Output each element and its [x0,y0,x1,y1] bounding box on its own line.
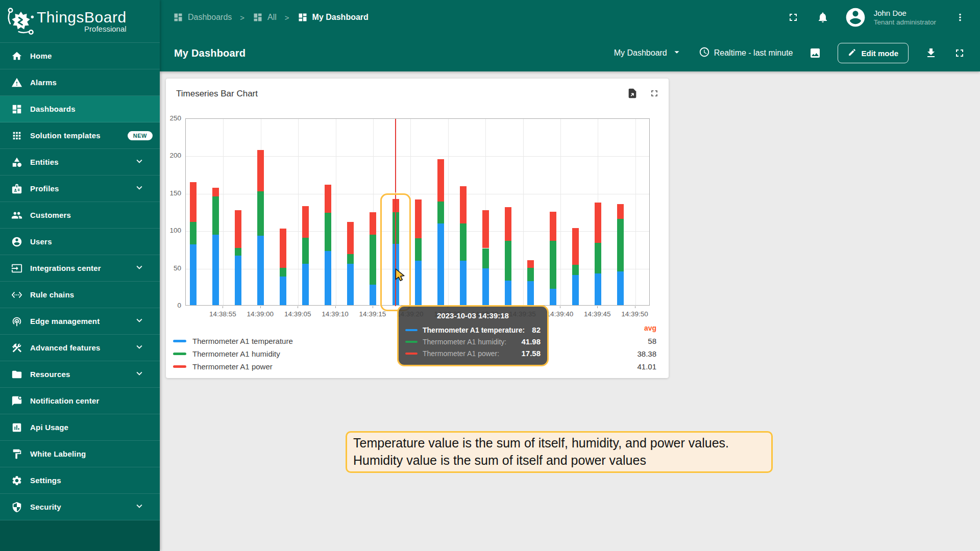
bar-segment-thermometer-a1-power[interactable] [302,206,309,238]
user-info[interactable]: John Doe Tenant administrator [874,8,936,27]
bar-segment-thermometer-a1-temperature[interactable] [572,275,579,305]
bar-segment-thermometer-a1-power[interactable] [460,186,467,223]
bar-segment-thermometer-a1-power[interactable] [190,182,197,222]
bar-segment-thermometer-a1-power[interactable] [617,204,624,219]
edit-mode-button[interactable]: Edit mode [838,43,909,63]
kebab-menu-button[interactable] [954,12,966,23]
x-axis-tick-label: 14:39:00 [247,310,274,318]
bar-segment-thermometer-a1-power[interactable] [550,212,556,241]
tooltip-series-label: Thermometer A1 power: [423,349,517,358]
toolbar-fullscreen-button[interactable] [953,47,966,59]
bar-segment-thermometer-a1-power[interactable] [325,185,331,213]
bar-segment-thermometer-a1-power[interactable] [505,207,511,241]
bar-segment-thermometer-a1-power[interactable] [257,150,264,191]
bar-segment-thermometer-a1-temperature[interactable] [415,261,422,305]
sidebar-item-settings[interactable]: Settings [0,467,160,494]
breadcrumb-item-all[interactable]: All [253,12,277,22]
breadcrumb-item-dashboards[interactable]: Dashboards [173,12,232,22]
bar-segment-thermometer-a1-power[interactable] [527,260,534,268]
bar-segment-thermometer-a1-humidity[interactable] [505,241,511,281]
bar-segment-thermometer-a1-humidity[interactable] [235,248,241,256]
bar-segment-thermometer-a1-humidity[interactable] [460,223,467,261]
x-axis-tick-label: 14:39:05 [284,310,311,318]
bar-segment-thermometer-a1-power[interactable] [595,203,601,243]
sidebar-item-resources[interactable]: Resources [0,361,160,388]
bar-segment-thermometer-a1-humidity[interactable] [437,202,444,223]
breadcrumb-item-my-dashboard[interactable]: My Dashboard [298,12,369,22]
fullscreen-toggle-button[interactable] [787,11,799,23]
bar-segment-thermometer-a1-temperature[interactable] [235,256,241,305]
export-download-button[interactable] [925,47,937,59]
bar-segment-thermometer-a1-humidity[interactable] [257,191,264,236]
notifications-bell-button[interactable] [817,11,829,23]
bar-segment-thermometer-a1-temperature[interactable] [505,281,511,305]
bar-segment-thermometer-a1-power[interactable] [212,188,219,197]
sidebar-item-advanced-features[interactable]: Advanced features [0,335,160,361]
bar-segment-thermometer-a1-temperature[interactable] [550,289,556,305]
sidebar-item-home[interactable]: Home [0,43,160,69]
bar-segment-thermometer-a1-temperature[interactable] [212,235,219,305]
sidebar-item-api-usage[interactable]: Api Usage [0,414,160,441]
timewindow-button[interactable]: Realtime - last minute [699,46,793,60]
sidebar-item-edge-management[interactable]: Edge management [0,308,160,335]
sidebar-item-customers[interactable]: Customers [0,202,160,229]
user-avatar[interactable] [844,6,867,29]
sidebar-item-notification-center[interactable]: Notification center [0,388,160,414]
bar-segment-thermometer-a1-humidity[interactable] [527,268,534,281]
bar-segment-thermometer-a1-temperature[interactable] [617,271,624,305]
bar-segment-thermometer-a1-power[interactable] [280,229,286,267]
sidebar-item-profiles[interactable]: Profiles [0,176,160,202]
brand-logo[interactable]: ThingsBoard Professional [0,0,160,43]
dashboard-select[interactable]: My Dashboard [614,46,682,60]
bar-segment-thermometer-a1-humidity[interactable] [617,219,624,271]
bar-segment-thermometer-a1-power[interactable] [572,228,579,265]
bar-segment-thermometer-a1-humidity[interactable] [572,265,579,276]
sidebar-item-alarms[interactable]: Alarms [0,69,160,96]
bar-segment-thermometer-a1-temperature[interactable] [595,273,601,305]
bar-segment-thermometer-a1-temperature[interactable] [347,264,354,305]
bar-segment-thermometer-a1-power[interactable] [437,159,444,202]
bar-segment-thermometer-a1-temperature[interactable] [302,264,309,305]
bar-segment-thermometer-a1-power[interactable] [347,222,354,254]
bar-segment-thermometer-a1-temperature[interactable] [370,285,376,305]
dashboard-image-button[interactable] [809,47,821,59]
bar-segment-thermometer-a1-power[interactable] [482,210,489,248]
bar-segment-thermometer-a1-humidity[interactable] [370,235,376,285]
bar-segment-thermometer-a1-temperature[interactable] [325,251,331,305]
bar-segment-thermometer-a1-power[interactable] [235,210,241,248]
solution-templates-icon [11,130,22,141]
sidebar-item-entities[interactable]: Entities [0,149,160,176]
bar-segment-thermometer-a1-humidity[interactable] [302,238,309,264]
bar-segment-thermometer-a1-temperature[interactable] [280,277,286,305]
bar-segment-thermometer-a1-humidity[interactable] [347,254,354,264]
sidebar-item-rule-chains[interactable]: Rule chains [0,282,160,308]
bar-segment-thermometer-a1-temperature[interactable] [527,281,534,305]
bar-segment-thermometer-a1-power[interactable] [370,212,376,235]
bar-segment-thermometer-a1-humidity[interactable] [482,248,489,269]
bar-segment-thermometer-a1-humidity[interactable] [595,243,601,273]
bar-segment-thermometer-a1-temperature[interactable] [460,261,467,305]
bar-segment-thermometer-a1-humidity[interactable] [212,196,219,235]
bar-segment-thermometer-a1-humidity[interactable] [280,268,286,277]
legend-item-thermometer-a1-temperature[interactable]: Thermometer A1 temperature [173,335,293,347]
legend-item-thermometer-a1-humidity[interactable]: Thermometer A1 humidity [173,347,293,360]
bar-segment-thermometer-a1-temperature[interactable] [190,244,197,305]
sidebar-item-solution-templates[interactable]: Solution templatesNEW [0,122,160,149]
bar-segment-thermometer-a1-humidity[interactable] [550,241,556,289]
sidebar-item-security[interactable]: Security [0,494,160,520]
bar-segment-thermometer-a1-temperature[interactable] [257,236,264,306]
bar-segment-thermometer-a1-power[interactable] [415,199,422,238]
bar-segment-thermometer-a1-humidity[interactable] [190,222,197,244]
sidebar-item-integrations-center[interactable]: Integrations center [0,255,160,282]
sidebar-item-white-labeling[interactable]: White Labeling [0,441,160,467]
bar-segment-thermometer-a1-temperature[interactable] [482,268,489,305]
gridline [186,194,649,194]
bar-segment-thermometer-a1-humidity[interactable] [415,238,422,261]
chart-plot[interactable] [185,118,650,306]
bar-segment-thermometer-a1-humidity[interactable] [325,213,331,251]
bar-segment-thermometer-a1-temperature[interactable] [437,223,444,305]
sidebar-item-users[interactable]: Users [0,229,160,255]
legend-item-thermometer-a1-power[interactable]: Thermometer A1 power [173,360,293,373]
sidebar-item-dashboards[interactable]: Dashboards [0,96,160,122]
sidebar-item-label: Entities [30,158,59,166]
